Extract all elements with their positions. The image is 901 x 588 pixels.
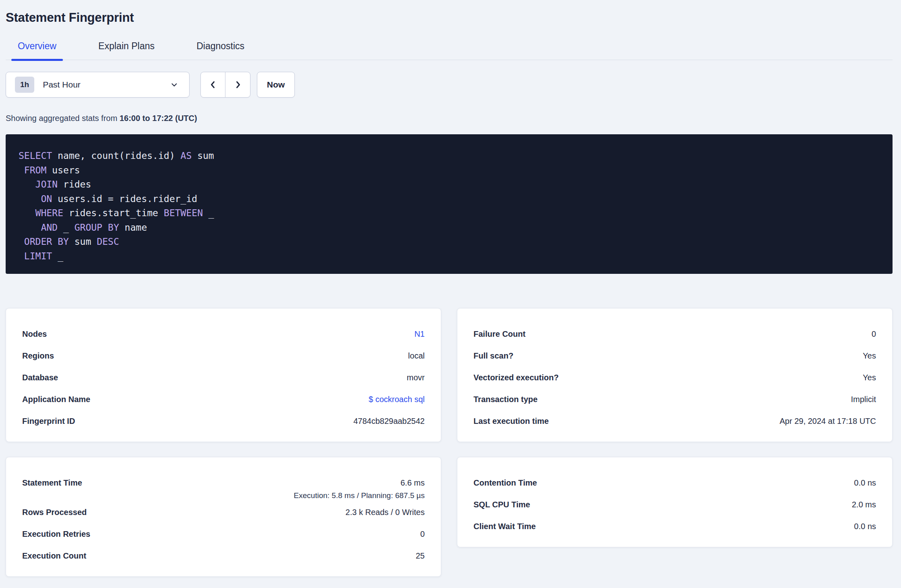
stat-value: 2.3 k Reads / 0 Writes [346, 508, 425, 517]
sql-text: name, count(rides.id) [52, 150, 181, 161]
sql-keyword: JOIN [35, 179, 58, 190]
stat-label: Execution Count [22, 551, 86, 561]
stat-label: Application Name [22, 395, 90, 404]
sql-line: WHERE rides.start_time BETWEEN _ [19, 206, 880, 221]
stat-label: Rows Processed [22, 508, 87, 517]
prev-time-button[interactable] [201, 72, 225, 97]
stat-row-fingerprint-id: Fingerprint ID4784cb829aab2542 [22, 410, 425, 432]
time-range-dropdown[interactable]: 1h Past Hour [6, 72, 190, 98]
stat-row-vectorized-execution: Vectorized execution?Yes [473, 367, 876, 388]
sql-keyword: WHERE [35, 208, 63, 218]
stat-subvalue: Execution: 5.8 ms / Planning: 687.5 µs [22, 491, 425, 501]
stat-value-link[interactable]: N1 [414, 329, 425, 339]
tab-diagnostics[interactable]: Diagnostics [190, 40, 251, 60]
sql-line: ON users.id = rides.rider_id [19, 192, 880, 206]
sql-keyword: GROUP BY [74, 222, 119, 233]
chevron-down-icon [169, 79, 179, 90]
sql-text [19, 165, 24, 175]
stat-label: Transaction type [473, 395, 538, 404]
stat-label: Last execution time [473, 417, 549, 426]
time-range-label: Past Hour [43, 80, 80, 90]
sql-text: _ [52, 251, 63, 261]
stat-value: 4784cb829aab2542 [353, 417, 425, 426]
card-statement-details: NodesN1RegionslocalDatabasemovrApplicati… [6, 308, 441, 442]
aggregation-note-prefix: Showing aggregated stats from [6, 114, 119, 123]
stat-label: Database [22, 373, 58, 382]
time-interval-badge: 1h [15, 77, 34, 93]
next-time-button[interactable] [225, 72, 250, 97]
sql-text [19, 251, 24, 261]
sql-text [19, 208, 35, 218]
sql-keyword: AS [181, 150, 192, 161]
sql-statement-box: SELECT name, count(rides.id) AS sum FROM… [6, 134, 893, 274]
stat-row-transaction-type: Transaction typeImplicit [473, 388, 876, 410]
tab-overview[interactable]: Overview [11, 40, 63, 60]
stat-value-link[interactable]: $ cockroach sql [369, 395, 425, 404]
stat-label: Nodes [22, 329, 47, 339]
stat-value: Yes [863, 373, 876, 382]
sql-line: LIMIT _ [19, 249, 880, 264]
aggregation-note-range: 16:00 to 17:22 (UTC) [119, 114, 197, 123]
sql-keyword: LIMIT [24, 251, 52, 261]
sql-text [19, 222, 41, 233]
stat-label: Execution Retries [22, 530, 90, 539]
sql-text: users [46, 165, 80, 175]
stat-row-failure-count: Failure Count0 [473, 323, 876, 345]
stat-row-regions: Regionslocal [22, 345, 425, 367]
stat-row-sql-cpu-time: SQL CPU Time2.0 ms [473, 494, 876, 515]
sql-line: FROM users [19, 163, 880, 178]
card-statement-timing: Statement Time6.6 msExecution: 5.8 ms / … [6, 457, 441, 577]
stat-value: 2.0 ms [852, 500, 876, 509]
chevron-left-icon [208, 79, 218, 90]
stat-label: Vectorized execution? [473, 373, 559, 382]
stat-label: SQL CPU Time [473, 500, 530, 509]
stat-row-client-wait-time: Client Wait Time0.0 ns [473, 515, 876, 537]
sql-text: sum [192, 150, 214, 161]
sql-text: name [119, 222, 147, 233]
stat-value: movr [407, 373, 425, 382]
stat-row-nodes: NodesN1 [22, 323, 425, 345]
stat-value: Implicit [851, 395, 876, 404]
sql-text [19, 179, 35, 190]
sql-keyword: DESC [97, 236, 119, 247]
stat-label: Failure Count [473, 329, 526, 339]
sql-text: _ [58, 222, 75, 233]
stat-row-execution-retries: Execution Retries0 [22, 523, 425, 545]
stat-value: Yes [863, 351, 876, 361]
card-wait-times: Contention Time0.0 nsSQL CPU Time2.0 msC… [457, 457, 893, 547]
stats-cards-grid: NodesN1RegionslocalDatabasemovrApplicati… [6, 308, 893, 577]
sql-keyword: FROM [24, 165, 46, 175]
sql-text: users.id = rides.rider_id [52, 194, 197, 204]
time-nav-buttons [200, 72, 250, 98]
page-title: Statement Fingerprint [6, 10, 893, 25]
sql-line: SELECT name, count(rides.id) AS sum [19, 149, 880, 163]
stat-label: Fingerprint ID [22, 417, 75, 426]
stat-label: Full scan? [473, 351, 513, 361]
sql-text [19, 194, 41, 204]
card-execution-attributes: Failure Count0Full scan?YesVectorized ex… [457, 308, 893, 442]
stat-label: Statement Time [22, 478, 82, 488]
chevron-right-icon [233, 79, 243, 90]
sql-text: rides [58, 179, 91, 190]
sql-text [19, 236, 24, 247]
now-button[interactable]: Now [257, 72, 295, 98]
stat-label: Regions [22, 351, 54, 361]
sql-text: _ [203, 208, 214, 218]
stat-row-contention-time: Contention Time0.0 ns [473, 472, 876, 494]
stat-row-full-scan: Full scan?Yes [473, 345, 876, 367]
sql-keyword: AND [41, 222, 58, 233]
sql-keyword: SELECT [19, 150, 52, 161]
tab-explain-plans[interactable]: Explain Plans [92, 40, 161, 60]
sql-line: JOIN rides [19, 177, 880, 192]
stat-row-database: Databasemovr [22, 367, 425, 388]
stat-value: 0.0 ns [854, 522, 876, 531]
stat-row-execution-count: Execution Count25 [22, 545, 425, 567]
stat-value: 25 [416, 551, 425, 561]
sql-keyword: ORDER BY [24, 236, 69, 247]
sql-keyword: ON [41, 194, 52, 204]
time-controls: 1h Past Hour Now [6, 72, 893, 98]
stat-value: 6.6 ms [400, 478, 425, 488]
stat-row-application-name: Application Name$ cockroach sql [22, 388, 425, 410]
aggregation-note: Showing aggregated stats from 16:00 to 1… [6, 113, 893, 124]
stat-row-last-execution-time: Last execution timeApr 29, 2024 at 17:18… [473, 410, 876, 432]
